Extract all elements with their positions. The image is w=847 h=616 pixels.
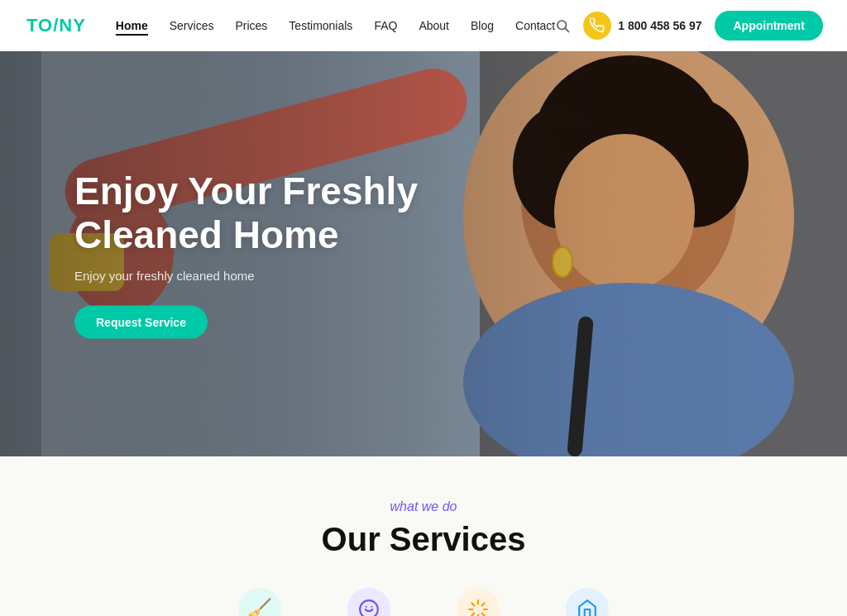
phone-number: 1 800 458 56 97 bbox=[618, 19, 701, 32]
phone-icon bbox=[590, 18, 605, 33]
service-item-1[interactable]: 🧹 bbox=[238, 588, 281, 616]
hero-subtitle: Enjoy your freshly cleaned home bbox=[74, 268, 430, 282]
nav-item-contact[interactable]: Contact bbox=[515, 18, 555, 33]
nav-right: 1 800 458 56 97 Appointment bbox=[555, 11, 823, 41]
services-section: what we do Our Services 🧹 bbox=[0, 456, 847, 616]
service-icon-1: 🧹 bbox=[238, 588, 281, 616]
services-title: Our Services bbox=[0, 521, 847, 558]
nav-item-home[interactable]: Home bbox=[116, 18, 148, 33]
nav-link-testimonials[interactable]: Testimonials bbox=[289, 19, 352, 32]
phone-icon-circle bbox=[583, 12, 611, 40]
svg-line-1 bbox=[566, 28, 569, 31]
hero-section: Enjoy Your Freshly Cleaned Home Enjoy yo… bbox=[0, 51, 847, 456]
nav-item-prices[interactable]: Prices bbox=[235, 18, 267, 33]
appointment-button[interactable]: Appointment bbox=[715, 11, 822, 41]
nav-link-services[interactable]: Services bbox=[170, 19, 214, 32]
search-icon bbox=[555, 18, 570, 33]
service-item-2[interactable] bbox=[347, 588, 390, 616]
logo[interactable]: TO/NY bbox=[26, 15, 86, 36]
nav-item-testimonials[interactable]: Testimonials bbox=[289, 18, 352, 33]
service-item-3[interactable] bbox=[457, 588, 500, 616]
nav-link-about[interactable]: About bbox=[419, 19, 449, 32]
nav-item-about[interactable]: About bbox=[419, 18, 449, 33]
nav-item-faq[interactable]: FAQ bbox=[374, 18, 397, 33]
logo-text: TO/NY bbox=[26, 15, 86, 36]
nav-item-blog[interactable]: Blog bbox=[471, 18, 494, 33]
hero-content: Enjoy Your Freshly Cleaned Home Enjoy yo… bbox=[74, 170, 430, 339]
request-service-button[interactable]: Request Service bbox=[74, 305, 208, 338]
service-icon-4 bbox=[566, 588, 609, 616]
hero-title: Enjoy Your Freshly Cleaned Home bbox=[74, 170, 430, 257]
services-icons-row: 🧹 bbox=[0, 588, 847, 616]
phone-area: 1 800 458 56 97 bbox=[583, 12, 701, 40]
service-icon-3 bbox=[457, 588, 500, 616]
nav-link-prices[interactable]: Prices bbox=[235, 19, 267, 32]
nav-link-blog[interactable]: Blog bbox=[471, 19, 494, 32]
nav-links: Home Services Prices Testimonials FAQ Ab… bbox=[116, 18, 555, 33]
navbar: TO/NY Home Services Prices Testimonials … bbox=[0, 0, 847, 51]
service-item-4[interactable] bbox=[566, 588, 609, 616]
nav-link-home[interactable]: Home bbox=[116, 19, 148, 36]
service-icon-2 bbox=[347, 588, 390, 616]
nav-link-faq[interactable]: FAQ bbox=[374, 19, 397, 32]
nav-item-services[interactable]: Services bbox=[170, 18, 214, 33]
nav-link-contact[interactable]: Contact bbox=[515, 19, 555, 32]
search-button[interactable] bbox=[555, 18, 570, 33]
services-subtitle: what we do bbox=[0, 499, 847, 514]
